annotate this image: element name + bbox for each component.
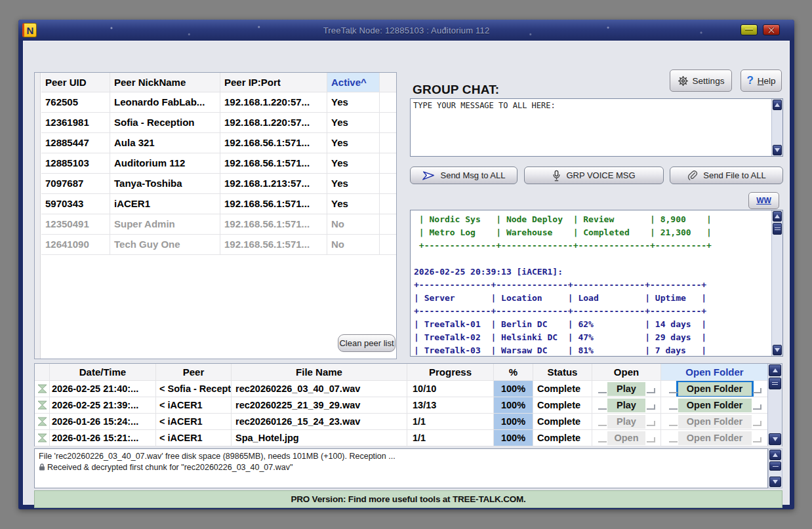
progress-header[interactable]: Progress: [407, 364, 494, 380]
file-status: Complete: [533, 381, 592, 397]
file-row[interactable]: 2026-01-26 15:24:...< iACER1rec20260126_…: [35, 414, 782, 430]
file-datetime: 2026-01-26 15:24:...: [50, 414, 156, 429]
peer-header[interactable]: Peer: [156, 364, 232, 380]
ww-button[interactable]: WW: [748, 192, 779, 209]
peer-row[interactable]: 7097687Tanya-Toshiba192.168.1.213:57...Y…: [41, 174, 396, 194]
peer-uid: 5970343: [41, 194, 110, 214]
peer-row[interactable]: 5970343iACER1192.168.56.1:571...Yes: [41, 194, 396, 214]
gear-icon: [678, 75, 689, 87]
peer-row[interactable]: 12885447Aula 321192.168.56.1:571...Yes: [41, 133, 396, 153]
close-button[interactable]: [763, 24, 780, 35]
chat-log-line: [414, 252, 769, 265]
file-row[interactable]: 2026-02-25 21:39:...< iACER1rec20260225_…: [35, 397, 782, 414]
scroll-up-button[interactable]: [773, 211, 782, 222]
scroll-thumb[interactable]: [769, 461, 781, 471]
file-row[interactable]: 2026-01-26 15:21:...< iACER1Spa_Hotel.jp…: [35, 430, 782, 446]
chat-log-lines: | Nordic Sys | Node Deploy | Review | 8,…: [414, 213, 769, 357]
peer-uid-header[interactable]: Peer UID: [41, 73, 110, 92]
arrow-down-icon: [773, 480, 778, 484]
file-direction-cell: [35, 430, 50, 446]
minimize-button[interactable]: [741, 24, 758, 35]
peer-ip-port: 192.168.56.1:571...: [220, 194, 327, 214]
file-table-scrollbar[interactable]: [767, 364, 782, 446]
peer-active: No: [327, 235, 380, 254]
scroll-up-button[interactable]: [773, 100, 782, 110]
datetime-header[interactable]: Date/Time: [50, 364, 156, 380]
send-file-to-all-button[interactable]: Send File to ALL: [670, 167, 783, 184]
percent-header[interactable]: %: [494, 364, 533, 380]
peer-ip-port: 192.168.56.1:571...: [220, 214, 327, 234]
chat-input-scrollbar[interactable]: [771, 99, 782, 156]
status-box-scrollbar[interactable]: [768, 448, 782, 488]
file-status: Complete: [533, 397, 592, 413]
peer-ip-port: 192.168.1.220:57...: [220, 113, 327, 132]
scroll-up-button[interactable]: [769, 450, 781, 460]
chat-log-scrollbar[interactable]: [771, 210, 782, 356]
clean-peer-list-button[interactable]: Clean peer list: [338, 334, 396, 352]
scroll-thumb[interactable]: [773, 223, 782, 235]
scroll-down-button[interactable]: [769, 477, 781, 487]
download-complete-icon: [37, 433, 47, 442]
status-header[interactable]: Status: [533, 364, 592, 380]
file-progress: 1/1: [407, 414, 494, 429]
file-peer: < iACER1: [156, 430, 232, 446]
peer-row[interactable]: 12885103Auditorium 112192.168.56.1:571..…: [41, 153, 396, 174]
peer-nickname-header[interactable]: Peer NickName: [110, 73, 220, 92]
arrow-down-icon: [773, 437, 778, 441]
scroll-down-button[interactable]: [769, 433, 781, 445]
play-button[interactable]: Play: [607, 415, 645, 429]
arrow-up-icon: [775, 103, 780, 107]
peer-nickname: Sofia - Reception: [110, 113, 220, 132]
help-label: Help: [758, 76, 776, 86]
play-button[interactable]: Play: [607, 382, 645, 396]
grp-voice-msg-button[interactable]: GRP VOICE MSG: [524, 167, 664, 184]
peer-active: Yes: [327, 174, 380, 193]
scroll-down-button[interactable]: [773, 145, 782, 155]
open-folder-header[interactable]: Open Folder: [661, 364, 768, 380]
titlebar[interactable]: N TreeTalk Node: 12885103 : Auditorium 1…: [18, 20, 794, 41]
peer-active-header[interactable]: Active^: [327, 73, 380, 92]
peer-table-header: Peer UID Peer NickName Peer IP:Port Acti…: [41, 73, 396, 92]
peer-row[interactable]: 12641090Tech Guy One192.168.56.1:571...N…: [41, 235, 396, 255]
chat-log-line: +--------------+--------------+---------…: [414, 305, 769, 318]
file-direction-cell: [35, 414, 50, 429]
arrow-up-icon: [775, 214, 780, 218]
file-status: Complete: [533, 414, 592, 429]
status-message-box[interactable]: File 'rec20260226_03_40_07.wav' free dis…: [34, 448, 768, 488]
peer-nickname: iACER1: [110, 194, 220, 214]
file-percent: 100%: [494, 414, 533, 429]
chat-log-box[interactable]: | Nordic Sys | Node Deploy | Review | 8,…: [410, 210, 783, 357]
open-folder-button[interactable]: Open Folder: [678, 431, 752, 445]
open-folder-button[interactable]: Open Folder: [678, 382, 752, 396]
peer-active: Yes: [327, 153, 380, 173]
play-button[interactable]: Open: [607, 431, 645, 445]
peer-row[interactable]: 762505Leonardo FabLab...192.168.1.220:57…: [41, 92, 396, 113]
settings-label: Settings: [693, 76, 725, 86]
open-folder-button[interactable]: Open Folder: [678, 415, 752, 429]
send-msg-to-all-button[interactable]: Send Msg to ALL: [410, 167, 518, 184]
filename-header[interactable]: File Name: [232, 364, 407, 380]
scroll-down-button[interactable]: [773, 345, 782, 355]
peer-row[interactable]: 12350491Super Admin192.168.56.1:571...No: [41, 214, 396, 235]
close-icon: [767, 26, 775, 34]
scroll-thumb[interactable]: [769, 378, 781, 389]
chat-log-line: | TreeTalk-01 | Berlin DC | 62% | 14 day…: [414, 318, 769, 331]
app-window: N TreeTalk Node: 12885103 : Auditorium 1…: [18, 20, 794, 509]
file-row[interactable]: 2026-02-25 21:40:...< Sofia - Recept...r…: [35, 381, 782, 397]
group-chat-title: GROUP CHAT:: [413, 83, 499, 97]
help-button[interactable]: ? Help: [741, 69, 782, 92]
peer-uid: 12641090: [41, 235, 110, 254]
file-open-cell: Play: [592, 414, 661, 429]
send-plane-icon: [422, 170, 435, 181]
file-name: rec20260226_03_40_07.wav: [232, 381, 407, 397]
play-button[interactable]: Play: [607, 399, 645, 412]
peer-ip-header[interactable]: Peer IP:Port: [220, 73, 327, 92]
open-header[interactable]: Open: [592, 364, 661, 380]
chat-message-input[interactable]: TYPE YOUR MESSAGE TO ALL HERE:: [410, 98, 783, 157]
file-percent: 100%: [494, 381, 533, 397]
settings-button[interactable]: Settings: [670, 69, 732, 92]
peer-row[interactable]: 12361981Sofia - Reception192.168.1.220:5…: [41, 113, 396, 133]
status-line-2: Received & decrypted first chunk for "re…: [39, 462, 763, 473]
scroll-up-button[interactable]: [769, 364, 781, 376]
open-folder-button[interactable]: Open Folder: [678, 399, 752, 412]
